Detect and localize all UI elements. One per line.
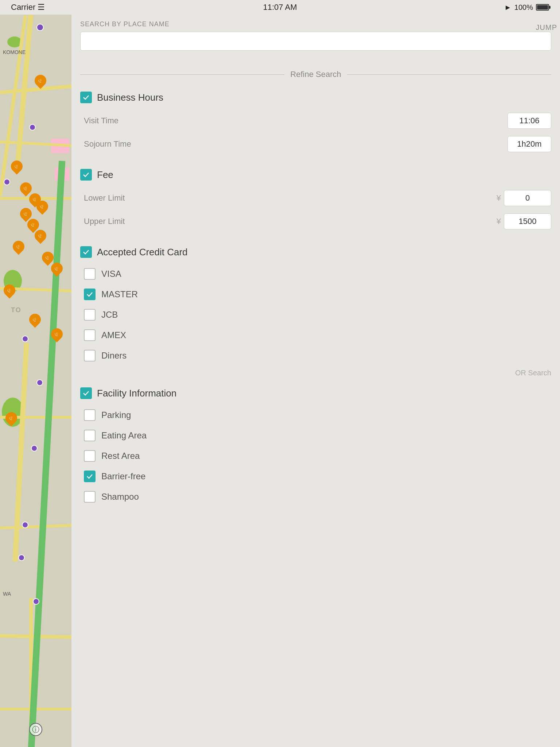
shampoo-item: Shampoo	[80, 487, 551, 507]
rest-area-label: Rest Area	[101, 451, 140, 461]
lower-limit-currency: ¥	[497, 193, 501, 203]
diners-checkbox[interactable]	[84, 350, 96, 361]
location-icon: ►	[504, 3, 512, 12]
search-label: SEARCH BY PLACE NAME	[80, 20, 551, 28]
business-hours-header: Business Hours	[80, 92, 551, 103]
status-bar: Carrier ☰ 11:07 AM ► 100%	[0, 0, 560, 15]
credit-card-checkmark-icon	[82, 248, 90, 256]
amex-item: AMEX	[80, 325, 551, 345]
map-marker-8: ♨	[35, 230, 46, 244]
map-label-komone: KOMONE	[3, 49, 26, 55]
or-search-label: OR Search	[80, 366, 551, 380]
upper-limit-currency: ¥	[497, 217, 501, 226]
right-panel: SEARCH BY PLACE NAME JUMP Refine Search …	[71, 15, 560, 747]
sojourn-time-label: Sojourn Time	[80, 139, 508, 149]
map-watermark-to: TO	[11, 306, 22, 314]
map-marker-14: ♨	[51, 328, 63, 343]
carrier-label: Carrier ☰	[11, 3, 45, 12]
facility-checkmark-icon	[82, 390, 90, 397]
credit-card-header: Accepted Credit Card	[80, 246, 551, 258]
credit-card-title: Accepted Credit Card	[97, 247, 188, 258]
time-label: 11:07 AM	[263, 3, 297, 12]
info-icon[interactable]: ⓘ	[29, 723, 42, 736]
search-area: SEARCH BY PLACE NAME JUMP	[71, 15, 560, 55]
master-checkbox[interactable]	[84, 289, 96, 300]
rest-area-checkbox[interactable]	[84, 450, 96, 462]
sojourn-time-row: Sojourn Time 1h20m	[80, 132, 551, 156]
map-marker-5: ♨	[36, 201, 48, 215]
jcb-checkbox[interactable]	[84, 309, 96, 321]
map-marker-15: ♨	[5, 412, 17, 427]
shampoo-checkbox[interactable]	[84, 491, 96, 503]
refine-search-label: Refine Search	[290, 70, 341, 79]
eating-area-item: Eating Area	[80, 425, 551, 446]
jcb-item: JCB	[80, 305, 551, 325]
visa-item: VISA	[80, 264, 551, 284]
lower-limit-label: Lower Limit	[80, 193, 497, 203]
lower-limit-value[interactable]: 0	[504, 190, 551, 206]
facility-checkbox[interactable]	[80, 387, 92, 399]
barrier-free-label: Barrier-free	[101, 471, 145, 481]
main-layout: KOMONE WA TO ♨ ♨	[0, 15, 560, 747]
map-background: KOMONE WA TO ♨ ♨	[0, 15, 71, 747]
map-marker-2: ♨	[11, 160, 23, 175]
sojourn-time-value[interactable]: 1h20m	[508, 136, 551, 152]
eating-area-checkbox[interactable]	[84, 430, 96, 441]
barrier-free-checkbox[interactable]	[84, 471, 96, 482]
refine-search-divider: Refine Search	[71, 66, 560, 83]
search-input-container	[80, 32, 551, 51]
master-checkmark-icon	[86, 291, 93, 298]
eating-area-label: Eating Area	[101, 430, 147, 441]
visa-label: VISA	[101, 269, 121, 279]
lower-limit-row: Lower Limit ¥ 0	[80, 186, 551, 210]
amex-checkbox[interactable]	[84, 329, 96, 341]
map-marker-13: ♨	[29, 314, 41, 328]
diners-item: Diners	[80, 345, 551, 366]
battery-percent: 100%	[514, 3, 533, 12]
status-bar-right: ► 100%	[504, 3, 549, 12]
facility-title: Facility Information	[97, 388, 176, 399]
fee-header: Fee	[80, 169, 551, 181]
master-item: MASTER	[80, 284, 551, 305]
upper-limit-row: Upper Limit ¥ 1500	[80, 210, 551, 233]
divider-line-right	[347, 74, 551, 75]
parking-item: Parking	[80, 405, 551, 425]
checkmark-icon	[82, 94, 90, 101]
map-marker-12: ♨	[4, 285, 15, 299]
divider-line-left	[80, 74, 284, 75]
diners-label: Diners	[101, 351, 127, 361]
rest-area-item: Rest Area	[80, 446, 551, 466]
shampoo-label: Shampoo	[101, 492, 139, 502]
facility-header: Facility Information	[80, 387, 551, 399]
business-hours-title: Business Hours	[97, 92, 163, 103]
parking-label: Parking	[101, 410, 131, 420]
battery-icon	[536, 4, 549, 11]
map-panel: KOMONE WA TO ♨ ♨	[0, 15, 71, 747]
fee-checkmark-icon	[82, 171, 90, 178]
amex-label: AMEX	[101, 330, 126, 340]
content-scroll: Business Hours Visit Time 11:06 Sojourn …	[71, 83, 560, 747]
fee-checkbox[interactable]	[80, 169, 92, 181]
business-hours-checkbox[interactable]	[80, 92, 92, 103]
search-input[interactable]	[80, 32, 551, 51]
map-marker-1: ♨	[35, 75, 46, 89]
jcb-label: JCB	[101, 310, 118, 320]
master-label: MASTER	[101, 289, 138, 299]
parking-checkbox[interactable]	[84, 409, 96, 421]
visit-time-value[interactable]: 11:06	[508, 113, 551, 129]
barrier-free-checkmark-icon	[86, 473, 93, 480]
jump-button[interactable]: JUMP	[533, 22, 560, 33]
visit-time-label: Visit Time	[80, 116, 508, 125]
barrier-free-item: Barrier-free	[80, 466, 551, 487]
fee-title: Fee	[97, 169, 113, 181]
map-marker-11: ♨	[51, 263, 63, 277]
visa-checkbox[interactable]	[84, 268, 96, 280]
map-label-wa: WA	[3, 591, 11, 597]
upper-limit-value[interactable]: 1500	[504, 213, 551, 229]
upper-limit-label: Upper Limit	[80, 217, 497, 226]
map-marker-9: ♨	[13, 241, 24, 255]
credit-card-checkbox[interactable]	[80, 246, 92, 258]
visit-time-row: Visit Time 11:06	[80, 109, 551, 132]
